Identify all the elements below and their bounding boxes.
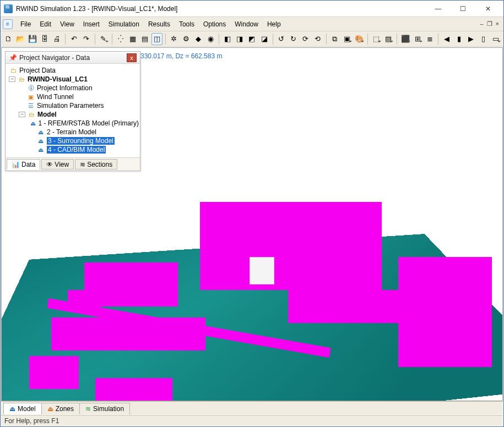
results-icon[interactable]: ◉ bbox=[205, 33, 216, 45]
grid-snap-icon[interactable]: ▦ bbox=[127, 33, 138, 45]
simulation-tab-icon: ≋ bbox=[85, 405, 91, 413]
project-navigator-panel: 📌 Project Navigator - Data x 🗀 Project D… bbox=[5, 51, 140, 171]
copy-view-icon[interactable]: ⧉ bbox=[329, 33, 340, 45]
tree-model-2[interactable]: ⏏ 2 - Terrain Model bbox=[7, 128, 139, 136]
run-wind-icon[interactable]: ✲ bbox=[169, 33, 180, 45]
menu-simulation[interactable]: Simulation bbox=[104, 18, 144, 30]
layers-icon[interactable]: ≣ bbox=[424, 33, 435, 45]
close-button[interactable]: ✕ bbox=[475, 1, 500, 17]
panel-extra-icon[interactable]: ▯ bbox=[478, 33, 489, 45]
model-node-icon: ⏏ bbox=[30, 119, 36, 127]
grid-dots-icon[interactable]: ⁛ bbox=[115, 33, 126, 45]
tree-sim-params[interactable]: ☰ Simulation Parameters bbox=[7, 101, 139, 110]
panel-mid-icon[interactable]: ▮ bbox=[453, 33, 464, 45]
open-icon[interactable]: 📂 bbox=[15, 33, 26, 45]
work-area: 330.017 m, Dz = 662.583 m 📌 Project Navi… bbox=[1, 47, 503, 401]
coordinate-readout: 330.017 m, Dz = 662.583 m bbox=[140, 52, 222, 60]
params-icon: ☰ bbox=[26, 102, 35, 110]
new-icon[interactable]: 🗋 bbox=[3, 33, 14, 45]
menu-bar: ≡ File Edit View Insert Simulation Resul… bbox=[1, 17, 503, 31]
nav-tab-view[interactable]: 👁View bbox=[41, 159, 74, 169]
menu-window[interactable]: Window bbox=[230, 18, 263, 30]
tree-model[interactable]: − 🗁 Model bbox=[7, 110, 139, 119]
sections-icon: ≋ bbox=[80, 161, 85, 168]
rotate-right-icon[interactable]: ↻ bbox=[288, 33, 299, 45]
tree-project[interactable]: − 🗁 RWIND-Visual_LC1 bbox=[7, 75, 139, 84]
folder-open-icon: 🗁 bbox=[17, 75, 26, 83]
view-front-icon[interactable]: ◨ bbox=[234, 33, 245, 45]
document-tabs: ⏏Model ⏏Zones ≋Simulation bbox=[1, 401, 503, 414]
building-block bbox=[95, 378, 172, 401]
tab-zones[interactable]: ⏏Zones bbox=[41, 403, 80, 414]
view-iso-icon[interactable]: ◧ bbox=[222, 33, 233, 45]
menu-file[interactable]: File bbox=[16, 18, 35, 30]
maximize-button[interactable]: ☐ bbox=[451, 1, 475, 17]
menu-edit[interactable]: Edit bbox=[35, 18, 56, 30]
tab-model[interactable]: ⏏Model bbox=[3, 403, 42, 414]
navigator-close-button[interactable]: x bbox=[127, 53, 137, 62]
undo-icon[interactable]: ↶ bbox=[68, 33, 79, 45]
model-tab-icon: ⏏ bbox=[9, 405, 15, 413]
model-node-icon: ⏏ bbox=[36, 128, 45, 136]
nav-tab-sections[interactable]: ≋Sections bbox=[75, 159, 117, 169]
navigator-tabs: 📊Data 👁View ≋Sections bbox=[6, 157, 140, 171]
tree-project-info[interactable]: 🛈 Project Information bbox=[7, 84, 139, 92]
view-top-icon[interactable]: ◪ bbox=[258, 33, 269, 45]
menu-options[interactable]: Options bbox=[199, 18, 230, 30]
cube-icon[interactable]: ⬚ bbox=[371, 33, 382, 45]
menu-insert[interactable]: Insert bbox=[79, 18, 104, 30]
tree-root[interactable]: 🗀 Project Data bbox=[7, 66, 139, 75]
menu-help[interactable]: Help bbox=[263, 18, 285, 30]
box-tool-icon[interactable]: ⬛ bbox=[400, 33, 411, 45]
model-node-icon: ⏏ bbox=[36, 146, 45, 154]
model-node-icon: ⏏ bbox=[36, 137, 45, 145]
mdi-close-icon[interactable]: × bbox=[496, 20, 499, 28]
print-icon[interactable]: 🖨 bbox=[51, 33, 62, 45]
minimize-button[interactable]: — bbox=[426, 1, 451, 17]
pin-icon[interactable]: 📌 bbox=[9, 54, 17, 62]
folder-icon: 🗀 bbox=[9, 67, 18, 74]
tree-model-3[interactable]: ⏏ 3 - Surrounding Model bbox=[7, 136, 139, 145]
run-solver-icon[interactable]: ⚙ bbox=[181, 33, 192, 45]
view-side-icon[interactable]: ◩ bbox=[246, 33, 257, 45]
tree-model-1[interactable]: ⏏ 1 - RFEM/RSTAB Model (Primary) bbox=[7, 119, 139, 128]
hatch-icon[interactable]: ▨ bbox=[383, 33, 394, 45]
navigator-title: Project Navigator - Data bbox=[19, 54, 127, 62]
building-block bbox=[29, 356, 79, 389]
tree-wind-tunnel[interactable]: ▣ Wind Tunnel bbox=[7, 92, 139, 101]
main-toolbar: 🗋 📂 💾 🗄 🖨 ↶ ↷ ✎ ⁛ ▦ ▤ ◫ ✲ ⚙ ◆ ◉ ◧ ◨ ◩ ◪ … bbox=[1, 31, 503, 47]
panel-right-icon[interactable]: ▶ bbox=[465, 33, 476, 45]
building-block bbox=[398, 257, 492, 367]
save-all-icon[interactable]: 🗄 bbox=[39, 33, 50, 45]
navigator-tree[interactable]: 🗀 Project Data − 🗁 RWIND-Visual_LC1 🛈 Pr… bbox=[6, 64, 140, 157]
collapse-icon[interactable]: − bbox=[19, 112, 25, 117]
primary-model bbox=[250, 257, 274, 284]
menu-results[interactable]: Results bbox=[144, 18, 175, 30]
select-window-icon[interactable]: ◫ bbox=[151, 33, 162, 45]
cursor-mode-icon[interactable]: ✎ bbox=[97, 33, 109, 45]
panel-left-icon[interactable]: ◀ bbox=[441, 33, 452, 45]
menu-view[interactable]: View bbox=[56, 18, 79, 30]
wind-tunnel-icon: ▣ bbox=[26, 93, 35, 101]
panel-more-icon[interactable]: ▭ bbox=[490, 33, 501, 45]
save-icon[interactable]: 💾 bbox=[27, 33, 38, 45]
menu-tools[interactable]: Tools bbox=[175, 18, 199, 30]
stop-icon[interactable]: ◆ bbox=[193, 33, 204, 45]
redo-icon[interactable]: ↷ bbox=[80, 33, 91, 45]
spin-icon[interactable]: ⟳ bbox=[300, 33, 311, 45]
info-icon: 🛈 bbox=[26, 84, 35, 92]
collapse-icon[interactable]: − bbox=[9, 76, 15, 82]
color-palette-icon[interactable]: 🎨 bbox=[354, 33, 365, 45]
nav-tab-data[interactable]: 📊Data bbox=[7, 159, 40, 169]
tree-model-4[interactable]: ⏏ 4 - CAD/BIM Model bbox=[7, 145, 139, 154]
box-extras-icon[interactable]: ⊞ bbox=[412, 33, 423, 45]
rotate-left-icon[interactable]: ↺ bbox=[275, 33, 286, 45]
tab-simulation[interactable]: ≋Simulation bbox=[79, 403, 130, 414]
window-layout-icon[interactable]: ▣ bbox=[342, 33, 353, 45]
cycle-icon[interactable]: ⟲ bbox=[312, 33, 323, 45]
grid-lines-icon[interactable]: ▤ bbox=[139, 33, 150, 45]
mdi-restore-icon[interactable]: ❐ bbox=[487, 20, 492, 28]
app-menu-icon[interactable]: ≡ bbox=[3, 19, 13, 29]
mdi-minimize-icon[interactable]: – bbox=[480, 20, 483, 28]
folder-open-icon: 🗁 bbox=[27, 111, 36, 118]
